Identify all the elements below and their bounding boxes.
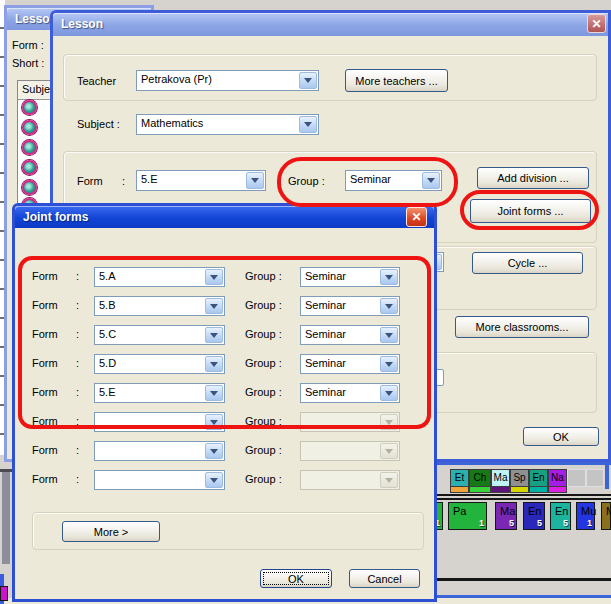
timetable-strip — [510, 487, 529, 493]
form-label: Form — [32, 444, 58, 456]
timetable-strip — [450, 487, 469, 493]
group-label: Group : — [245, 444, 282, 456]
joint-cancel-button[interactable]: Cancel — [349, 569, 420, 588]
more-teachers-button[interactable]: More teachers ... — [345, 69, 448, 92]
joint-forms-titlebar[interactable]: Joint forms — [15, 206, 434, 228]
form-colon: : — [76, 473, 79, 485]
timetable-cell-small[interactable]: Na — [548, 469, 567, 487]
annotation-joint-forms-highlight — [460, 190, 599, 230]
teacher-combo[interactable]: Petrakova (Pr) — [136, 70, 319, 91]
separator-line — [437, 494, 611, 496]
form-label: Form — [77, 175, 103, 187]
more-button[interactable]: More > — [62, 521, 160, 542]
dropdown-arrow-icon[interactable] — [299, 72, 317, 89]
window-title: Lesson — [61, 17, 103, 31]
annotation-group-highlight — [277, 157, 458, 207]
cycle-button[interactable]: Cycle ... — [472, 252, 583, 274]
timetable-cell-empty[interactable] — [586, 469, 604, 487]
window-title: Joint forms — [23, 210, 88, 224]
separator-line — [437, 578, 611, 581]
clock-icon — [22, 160, 37, 175]
joint-group-combo-disabled — [300, 470, 400, 490]
joint-group-combo-disabled — [300, 441, 400, 461]
form-label: Form : — [12, 39, 44, 51]
subject-combo[interactable]: Mathematics — [136, 114, 319, 135]
timetable-card[interactable]: Ma5 — [495, 502, 517, 530]
close-icon[interactable]: ✕ — [587, 14, 606, 33]
form-colon: : — [122, 175, 125, 187]
subject-label: Subject : — [77, 118, 120, 130]
joint-form-combo[interactable] — [94, 470, 225, 490]
timetable-card[interactable]: En5 — [550, 502, 571, 530]
group-label: Group : — [245, 473, 282, 485]
teacher-label: Teacher — [77, 75, 116, 87]
screen: Et Ch Ma Sp En Na a1 Pa1 Ma5 En5 En5 Mu1… — [0, 0, 611, 604]
form-combo[interactable]: 5.E — [136, 170, 266, 191]
dropdown-arrow-icon[interactable] — [299, 116, 317, 133]
dropdown-arrow-icon[interactable] — [205, 472, 223, 488]
annotation-rows-highlight — [18, 256, 431, 429]
scrollbar-fragment[interactable] — [2, 472, 10, 564]
timetable-window-right-border — [605, 461, 609, 489]
timetable-strip — [491, 487, 510, 493]
joint-ok-button[interactable]: OK — [260, 569, 332, 588]
lesson-count: 1 — [479, 518, 484, 528]
dropdown-arrow-icon[interactable] — [246, 172, 264, 189]
timetable-strip — [529, 487, 548, 493]
lesson-count: 1 — [587, 518, 592, 528]
lesson-titlebar[interactable]: Lesson — [53, 13, 608, 36]
close-icon[interactable]: ✕ — [406, 207, 427, 227]
lesson-count: 5 — [537, 518, 542, 528]
timetable-card[interactable]: M — [601, 502, 611, 530]
timetable-cell-small[interactable]: Et — [450, 469, 469, 487]
add-division-button[interactable]: Add division ... — [477, 167, 589, 189]
timetable-cell-small[interactable]: Ma — [491, 469, 510, 487]
joint-form-combo[interactable] — [94, 441, 225, 461]
lesson-count: 5 — [563, 518, 568, 528]
timetable-card[interactable]: Pa1 — [448, 502, 487, 530]
timetable-cell-small[interactable]: Sp — [510, 469, 529, 487]
dropdown-arrow-icon — [380, 443, 398, 459]
form-label: Form — [32, 473, 58, 485]
timetable-cell-small[interactable]: Ch — [469, 469, 491, 487]
dropdown-arrow-icon — [380, 472, 398, 488]
lesson-count: 5 — [509, 518, 514, 528]
timetable-strip — [469, 487, 491, 493]
form-colon: : — [76, 444, 79, 456]
timetable-cell-small[interactable]: En — [529, 469, 548, 487]
clock-icon — [22, 100, 37, 115]
timetable-card[interactable]: En5 — [523, 502, 545, 530]
dropdown-arrow-icon[interactable] — [205, 443, 223, 459]
more-classrooms-button[interactable]: More classrooms... — [455, 316, 589, 338]
separator-line — [437, 498, 611, 500]
timetable-cell-empty[interactable] — [567, 469, 586, 487]
clock-icon — [22, 120, 37, 135]
clock-icon — [22, 140, 37, 155]
short-label: Short : — [12, 57, 44, 69]
timetable-strip — [548, 487, 567, 493]
timetable-card-fragment — [0, 586, 8, 601]
clock-icon — [22, 180, 37, 195]
lesson-ok-button[interactable]: OK — [523, 427, 599, 446]
timetable-card[interactable]: Mu1 — [576, 502, 595, 530]
window-border-line — [437, 595, 611, 598]
